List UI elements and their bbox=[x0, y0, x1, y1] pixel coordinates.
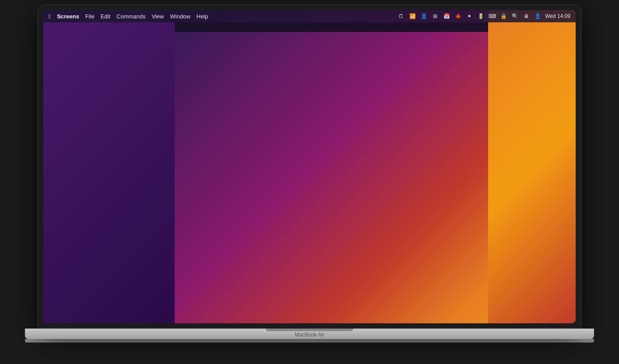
wifi-icon: 📶 bbox=[408, 13, 416, 19]
screen-icon: 🖥 bbox=[522, 13, 530, 19]
lock-icon: 🔒 bbox=[499, 13, 507, 19]
menu-item-edit[interactable]: Edit bbox=[101, 13, 110, 20]
macbook-foot bbox=[25, 339, 594, 343]
flag-icon: 🍁 bbox=[454, 13, 462, 19]
calendar-icon: 📅 bbox=[443, 13, 450, 19]
menu-item-window[interactable]: Window bbox=[170, 13, 190, 20]
menubar-right: 🗒 📶 👤 ⊞ 📅 🍁 ✦ 🔋 ⌨ 🔒 🔍 🖥 👤 Wed 14:09 bbox=[397, 13, 570, 19]
macbook-label: MacBook Air bbox=[295, 332, 324, 338]
menu-app-name[interactable]: Screens bbox=[57, 13, 79, 20]
bluetooth-icon: ✦ bbox=[465, 13, 473, 19]
user2-icon: 👤 bbox=[534, 13, 542, 19]
menu-item-view[interactable]: View bbox=[152, 13, 164, 20]
screen:  Screens File Edit Commands View Window… bbox=[43, 10, 576, 323]
menubar:  Screens File Edit Commands View Window… bbox=[43, 10, 576, 22]
wifi2-icon: ⌨ bbox=[488, 13, 496, 19]
menu-item-file[interactable]: File bbox=[85, 13, 95, 20]
macbook-shell:  Screens File Edit Commands View Window… bbox=[25, 5, 594, 359]
search-icon[interactable]: 🔍 bbox=[511, 13, 519, 19]
grid-icon: ⊞ bbox=[431, 13, 439, 19]
screen-bezel:  Screens File Edit Commands View Window… bbox=[38, 5, 581, 329]
briefcase-icon: 🗒 bbox=[397, 13, 405, 19]
person-icon: 👤 bbox=[420, 13, 428, 19]
menubar-left:  Screens File Edit Commands View Window… bbox=[49, 13, 397, 20]
menu-item-commands[interactable]: Commands bbox=[116, 13, 145, 20]
menu-item-help[interactable]: Help bbox=[197, 13, 208, 20]
macbook-base: MacBook Air bbox=[25, 329, 594, 339]
desktop-bg-right bbox=[488, 10, 576, 323]
battery-icon: 🔋 bbox=[477, 13, 485, 19]
apple-icon[interactable]:  bbox=[49, 13, 51, 20]
desktop-bg-left bbox=[43, 10, 175, 323]
menubar-time: Wed 14:09 bbox=[545, 13, 570, 19]
